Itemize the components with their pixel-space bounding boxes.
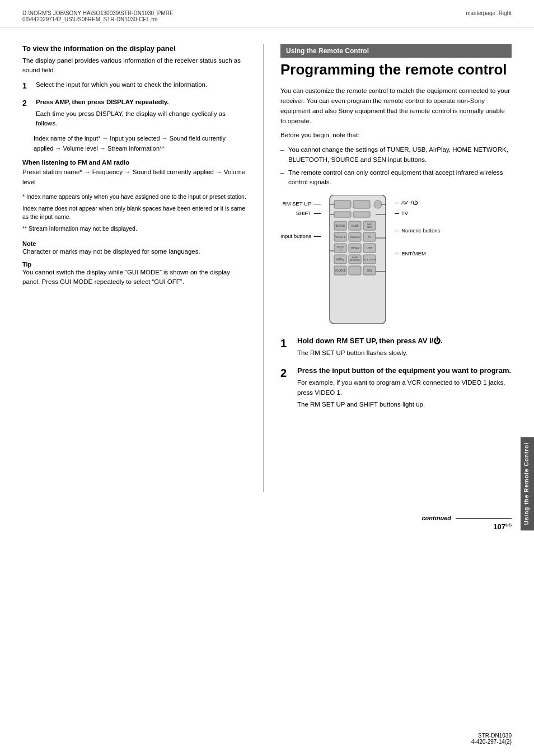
bullet-item-2: The remote control can only control equi…	[280, 168, 512, 188]
page-header: D:\NORM'S JOB\SONY HA\SO130039\STR-DN103…	[0, 0, 534, 27]
intro-para-1: You can customize the remote control to …	[280, 86, 512, 126]
tip-label: Tip	[22, 261, 246, 268]
page-content: To view the information on the display p…	[0, 27, 534, 509]
right-step-2: 2 Press the input button of the equipmen…	[280, 366, 512, 410]
model-line1: STR-DN1030	[471, 732, 512, 739]
rm-set-up-label: RM SET UP	[280, 200, 321, 207]
step-2-content: Press AMP, then press DISPLAY repeatedly…	[36, 97, 246, 129]
svg-text:BD/DVD: BD/DVD	[335, 225, 345, 227]
continued-line	[456, 518, 512, 519]
right-step-2-title: Press the input button of the equipment …	[297, 366, 512, 376]
shift-line	[314, 213, 321, 214]
spacer2	[22, 522, 493, 531]
column-divider	[263, 44, 264, 492]
section-banner: Using the Remote Control	[280, 44, 512, 58]
svg-text:SEN: SEN	[367, 269, 372, 272]
tip-text: You cannot switch the display while “GUI…	[22, 268, 246, 287]
right-step-2-content: Press the input button of the equipment …	[297, 366, 512, 410]
svg-text:NETWORK: NETWORK	[350, 259, 360, 262]
rm-set-up-line	[314, 204, 321, 204]
bullet-item-1: You cannot change the settings of TUNER,…	[280, 145, 512, 165]
tv-line	[395, 213, 399, 214]
right-steps: 1 Hold down RM SET UP, then press AV I/⏻…	[280, 337, 512, 410]
sidebar-tab: Using the Remote Control	[521, 437, 534, 530]
right-step-1-title: Hold down RM SET UP, then press AV I/⏻.	[297, 337, 512, 346]
ent-mem-label: ENT/MEM	[395, 250, 441, 256]
footnote3: ** Stream information may not be display…	[22, 225, 246, 234]
svg-rect-1	[334, 200, 351, 208]
svg-rect-4	[334, 212, 351, 217]
footnote1: * Index name appears only when you have …	[22, 193, 246, 202]
step-2-body: Each time you press DISPLAY, the display…	[36, 109, 246, 129]
model-line2: 4-420-297-14(2)	[471, 739, 512, 745]
svg-text:TUNER: TUNER	[350, 247, 359, 250]
numeric-line	[395, 231, 399, 231]
model-info: STR-DN1030 4-420-297-14(2)	[471, 732, 512, 745]
shift-label: SHIFT	[280, 210, 321, 216]
footnote2: Index name does not appear when only bla…	[22, 204, 246, 222]
main-title: Programming the remote control	[280, 61, 512, 78]
numeric-buttons-label: Numeric buttons	[395, 227, 441, 234]
input-buttons-label: Input buttons	[280, 233, 321, 240]
av-power-label: AV I/⏻	[395, 199, 441, 206]
page-num-row: 107US	[0, 521, 534, 536]
right-step-1: 1 Hold down RM SET UP, then press AV I/⏻…	[280, 337, 512, 358]
step-1-text: Select the input for which you want to c…	[36, 80, 207, 92]
tv-label: TV	[395, 210, 441, 216]
left-step-1: 1 Select the input for which you want to…	[22, 80, 246, 92]
header-right: masterpage: Right	[466, 10, 512, 22]
right-step-2-body1: For example, if you want to program a VC…	[297, 378, 512, 398]
svg-text:TV: TV	[368, 236, 371, 239]
right-step-1-content: Hold down RM SET UP, then press AV I/⏻. …	[297, 337, 512, 358]
header-left-line1: D:\NORM'S JOB\SONY HA\SO130039\STR-DN103…	[22, 10, 173, 16]
note-label: Note	[22, 240, 246, 247]
remote-svg: BD/DVD GAME SAT/ CATV VIDEO 1 VIDEO 2 TV	[324, 195, 391, 325]
svg-text:VIDEO 1: VIDEO 1	[335, 236, 345, 239]
page-num-sup: US	[505, 522, 512, 528]
right-step-1-num: 1	[280, 337, 292, 358]
svg-rect-35	[349, 266, 361, 275]
left-steps-list: 1 Select the input for which you want to…	[22, 80, 246, 129]
left-column: To view the information on the display p…	[22, 44, 246, 492]
svg-text:SOURCE: SOURCE	[335, 269, 345, 272]
remote-labels-right: AV I/⏻ TV Numeric buttons ENT/MEM	[395, 195, 441, 256]
intro-para-2: Before you begin, note that:	[280, 130, 512, 141]
remote-diagram-container: RM SET UP SHIFT Input buttons	[280, 195, 512, 325]
header-left: D:\NORM'S JOB\SONY HA\SO130039\STR-DN103…	[22, 10, 173, 22]
right-step-2-body2: The RM SET UP and SHIFT buttons light up…	[297, 400, 512, 410]
step-2-title: Press AMP, then press DISPLAY repeatedly…	[36, 97, 246, 107]
tip-section: Tip You cannot switch the display while …	[22, 261, 246, 287]
svg-rect-5	[353, 212, 370, 217]
av-power-line	[395, 203, 399, 203]
continued-block: continued	[421, 515, 512, 521]
right-step-1-body: The RM SET UP button flashes slowly.	[297, 348, 512, 358]
page-number: 107US	[493, 522, 512, 531]
note-section: Note Character or marks may not be displ…	[22, 240, 246, 256]
left-step-2: 2 Press AMP, then press DISPLAY repeated…	[22, 97, 246, 129]
svg-text:CATV: CATV	[366, 226, 372, 228]
step-1-num: 1	[22, 80, 31, 92]
arrow-flow: Index name of the input* → Input you sel…	[34, 134, 246, 153]
svg-point-3	[374, 200, 382, 208]
svg-text:USB: USB	[367, 247, 372, 250]
left-section-heading: To view the information on the display p…	[22, 44, 246, 53]
continued-label: continued	[421, 515, 451, 521]
ent-mem-line	[395, 254, 399, 254]
fm-am-heading: When listening to FM and AM radio	[22, 159, 246, 166]
note-text: Character or marks may not be displayed …	[22, 247, 246, 256]
bullet-list: You cannot change the settings of TUNER,…	[280, 145, 512, 187]
svg-text:BLUETOOTH: BLUETOOTH	[363, 259, 376, 261]
svg-text:AirPlay: AirPlay	[336, 258, 344, 261]
fm-am-text: Preset station name* → Frequency → Sound…	[22, 167, 246, 187]
svg-text:VIDEO 2: VIDEO 2	[350, 236, 360, 239]
header-left-line2: 06\4420297142_US\US06REM_STR-DN1030-CEL.…	[22, 16, 173, 22]
left-intro: The display panel provides various infor…	[22, 56, 246, 76]
step-2-num: 2	[22, 97, 31, 129]
remote-labels-left: RM SET UP SHIFT Input buttons	[280, 195, 321, 240]
svg-text:CD: CD	[339, 248, 342, 251]
continued-area: continued	[0, 509, 534, 521]
footnotes: * Index name appears only when you have …	[22, 193, 246, 234]
right-step-2-num: 2	[280, 366, 292, 410]
spacer	[22, 515, 421, 521]
svg-text:HOME: HOME	[352, 256, 358, 259]
